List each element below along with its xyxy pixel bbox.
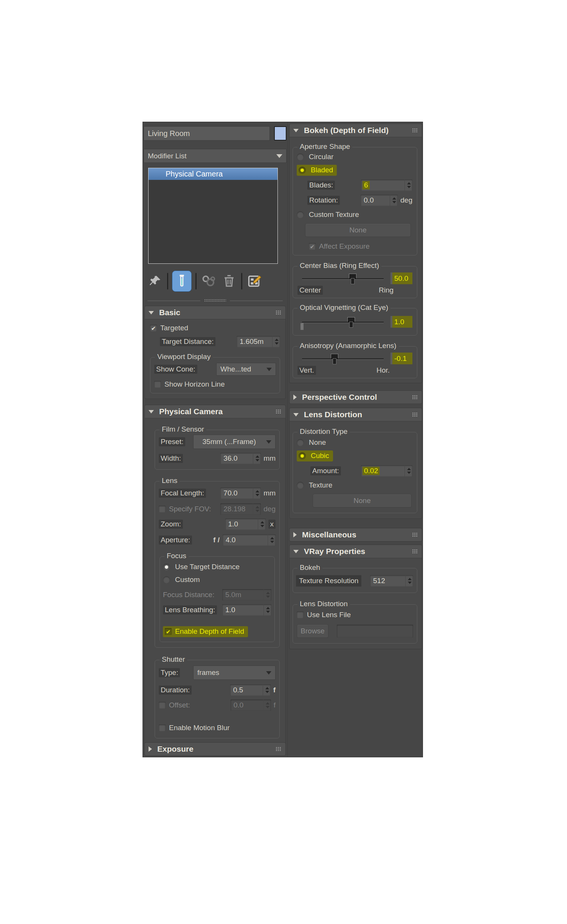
- modifier-list-dropdown[interactable]: Modifier List: [144, 149, 287, 163]
- enable-motion-blur-checkbox[interactable]: [159, 724, 166, 731]
- make-unique-button[interactable]: [200, 271, 217, 291]
- width-field[interactable]: 36.0: [220, 453, 261, 464]
- slider-thumb[interactable]: [347, 317, 355, 328]
- show-cone-label: Show Cone:: [154, 365, 197, 374]
- slider-thumb[interactable]: [349, 274, 356, 284]
- pin-stack-button[interactable]: [147, 271, 163, 291]
- specify-fov-checkbox[interactable]: [159, 506, 166, 512]
- make-unique-icon: [201, 274, 216, 288]
- shutter-type-dropdown[interactable]: frames: [193, 666, 276, 680]
- stack-item-physical-camera[interactable]: Physical Camera: [149, 168, 277, 180]
- enable-dof-row: Enable Depth of Field: [163, 626, 248, 637]
- zoom-field[interactable]: 1.0: [225, 518, 266, 530]
- rollout-title: Exposure: [157, 744, 194, 754]
- rotation-field[interactable]: 0.0: [361, 195, 398, 206]
- slider-track[interactable]: [302, 278, 384, 280]
- spinner-arrows[interactable]: [253, 453, 259, 464]
- spinner-arrows[interactable]: [253, 488, 259, 499]
- enable-dof-checkbox[interactable]: [165, 628, 172, 635]
- rollout-header-basic[interactable]: Basic: [145, 306, 285, 319]
- spinner-arrows[interactable]: [404, 465, 411, 477]
- rollout-title: Basic: [159, 308, 180, 317]
- circular-radio[interactable]: [297, 153, 304, 161]
- center-bias-value[interactable]: 50.0: [390, 272, 412, 284]
- panel-resize-grip[interactable]: [147, 299, 283, 302]
- targeted-checkbox[interactable]: [150, 325, 157, 331]
- focal-length-field[interactable]: 70.0: [220, 488, 261, 499]
- zoom-row: Zoom: 1.0 x: [159, 518, 276, 530]
- spinner-arrows[interactable]: [263, 604, 270, 616]
- vray-bokeh-group: Bokeh Texture Resolution 512: [293, 568, 417, 593]
- texture-resolution-row: Texture Resolution 512: [296, 575, 413, 587]
- use-lens-file-checkbox[interactable]: [297, 611, 304, 618]
- browse-button-label: Browse: [301, 627, 324, 635]
- show-end-result-button[interactable]: [172, 271, 192, 292]
- slider-track[interactable]: [302, 322, 384, 323]
- spinner-arrows[interactable]: [390, 195, 396, 206]
- preset-dropdown[interactable]: 35mm (...Frame): [193, 435, 276, 449]
- use-target-distance-radio[interactable]: [163, 563, 170, 571]
- blades-field[interactable]: 6: [361, 180, 412, 191]
- configure-modifier-sets-button[interactable]: [246, 271, 263, 291]
- distortion-cubic-radio[interactable]: [299, 452, 306, 460]
- remove-modifier-button[interactable]: [221, 271, 237, 291]
- rollout-basic: Basic Targeted Target Distance: 1.605m V…: [144, 306, 286, 399]
- texture-resolution-field[interactable]: 512: [370, 575, 413, 587]
- show-cone-dropdown[interactable]: Whe...ted: [216, 363, 276, 376]
- custom-focus-radio[interactable]: [163, 576, 170, 583]
- custom-texture-radio[interactable]: [297, 211, 304, 218]
- configure-sets-icon: [247, 274, 262, 288]
- chevron-down-icon: [266, 671, 271, 675]
- film-sensor-label: Film / Sensor: [160, 425, 206, 433]
- center-bias-slider[interactable]: [302, 273, 384, 284]
- lens-file-path-field: [337, 625, 413, 638]
- focal-length-label: Focal Length:: [159, 489, 206, 498]
- slider-thumb[interactable]: [331, 354, 338, 364]
- drag-dots-icon: [412, 532, 418, 537]
- optical-vignetting-slider[interactable]: [302, 316, 384, 328]
- center-bias-group: Center Bias (Ring Effect) 50.0 Center Ri…: [293, 266, 417, 298]
- lens-group: Lens Focal Length: 70.0 mm Specify FOV: …: [155, 481, 280, 648]
- amount-label: Amount:: [310, 466, 341, 475]
- rollout-exposure: Exposure: [144, 742, 286, 756]
- rollout-header-miscellaneous[interactable]: Miscellaneous: [290, 528, 422, 541]
- offset-checkbox[interactable]: [159, 702, 166, 709]
- duration-field[interactable]: 0.5: [230, 684, 271, 696]
- affect-exposure-checkbox: [309, 243, 316, 250]
- slider-track[interactable]: [302, 358, 384, 360]
- show-horizon-checkbox[interactable]: [154, 381, 161, 388]
- lens-breathing-field[interactable]: 1.0: [222, 604, 271, 616]
- distortion-type-label: Distortion Type: [297, 427, 350, 436]
- spinner-arrows[interactable]: [268, 534, 274, 546]
- bladed-radio[interactable]: [299, 167, 306, 174]
- spinner-arrows[interactable]: [404, 180, 411, 191]
- distortion-texture-radio[interactable]: [297, 482, 304, 489]
- distortion-none-radio[interactable]: [297, 439, 304, 446]
- modifier-stack-list[interactable]: Physical Camera: [148, 168, 278, 264]
- amount-field[interactable]: 0.02: [361, 465, 412, 477]
- duration-row: Duration: 0.5 f: [159, 684, 276, 696]
- viewport-display-label: Viewport Display: [155, 353, 213, 361]
- spinner-arrows[interactable]: [258, 518, 264, 530]
- optical-vignetting-value[interactable]: 1.0: [390, 316, 412, 328]
- rollout-header-lens-distortion[interactable]: Lens Distortion: [290, 408, 422, 421]
- rollout-perspective-control: Perspective Control: [289, 390, 422, 404]
- target-distance-field[interactable]: 1.605m: [237, 336, 280, 347]
- spinner-arrows[interactable]: [405, 575, 412, 587]
- rollout-header-bokeh[interactable]: Bokeh (Depth of Field): [290, 124, 422, 137]
- object-color-swatch[interactable]: [274, 126, 287, 141]
- drag-dots-icon: [276, 747, 282, 751]
- use-target-distance-label: Use Target Distance: [175, 563, 240, 571]
- spinner-arrows: [263, 589, 270, 601]
- rollout-header-physical-camera[interactable]: Physical Camera: [145, 405, 285, 418]
- rollout-header-vray-properties[interactable]: VRay Properties: [290, 545, 422, 558]
- rollout-header-exposure[interactable]: Exposure: [145, 743, 285, 755]
- anisotropy-value[interactable]: -0.1: [390, 353, 412, 364]
- anisotropy-slider[interactable]: [302, 353, 384, 364]
- aperture-field[interactable]: 4.0: [223, 534, 276, 546]
- spinner-arrows[interactable]: [263, 684, 269, 696]
- spinner-arrows[interactable]: [272, 336, 279, 347]
- rollout-header-perspective-control[interactable]: Perspective Control: [290, 391, 422, 404]
- trash-icon: [222, 274, 236, 288]
- object-name-input[interactable]: Living Room: [144, 126, 270, 141]
